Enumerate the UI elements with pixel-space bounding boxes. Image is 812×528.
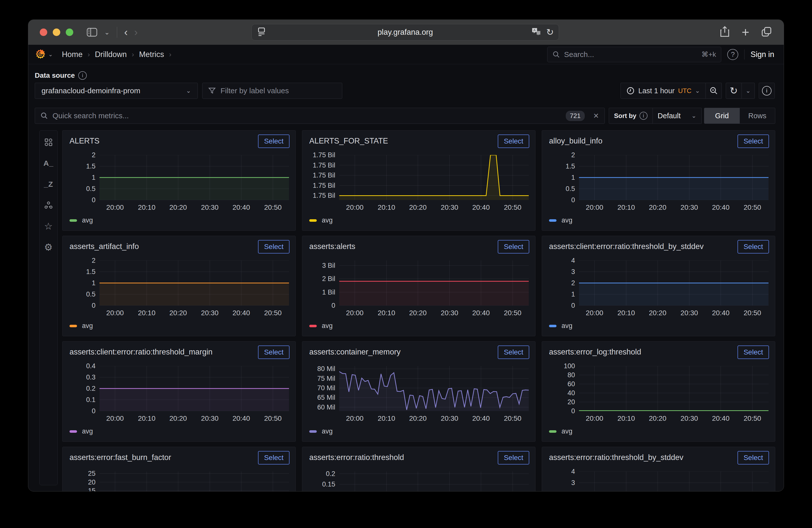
translate-icon[interactable]: A <box>531 27 541 37</box>
chart-legend: avg <box>549 427 572 435</box>
result-count-badge: 721 <box>566 111 584 121</box>
search-icon <box>552 51 560 58</box>
legend-swatch <box>309 219 317 222</box>
refresh-icon: ↻ <box>730 85 738 96</box>
browser-titlebar: ⌄ ‹ › play.grafana.org A ↻ + <box>28 20 784 45</box>
select-metric-button[interactable]: Select <box>258 134 290 148</box>
chevron-down-icon: ⌄ <box>695 87 700 94</box>
sort-za-icon[interactable]: _Z <box>44 179 53 189</box>
settings-gear-icon[interactable]: ⚙ <box>44 243 53 252</box>
close-window-button[interactable] <box>40 29 47 36</box>
select-metric-button[interactable]: Select <box>498 451 529 465</box>
search-icon <box>41 112 48 119</box>
chevron-down-icon: ⌄ <box>691 112 696 119</box>
zoom-out-button[interactable] <box>706 83 722 99</box>
zoom-out-icon <box>710 87 718 95</box>
search-shortcut: ⌘+k <box>701 50 716 59</box>
view-mode-toggle: Grid Rows <box>704 108 775 124</box>
select-metric-button[interactable]: Select <box>738 451 769 465</box>
breadcrumb: Home › Drilldown › Metrics › <box>62 50 171 59</box>
breadcrumb-metrics[interactable]: Metrics <box>139 50 164 59</box>
metric-panel-title: alloy_build_info <box>549 136 603 146</box>
legend-label: avg <box>322 217 333 224</box>
metric-panel: asserts:error:ratio:threshold Select 0.2… <box>302 447 536 492</box>
chart-plot <box>579 155 768 200</box>
grafana-logo-icon[interactable] <box>35 49 46 60</box>
select-metric-button[interactable]: Select <box>498 240 529 253</box>
sort-by-label: Sort by i <box>609 108 653 124</box>
address-bar[interactable]: play.grafana.org A ↻ <box>251 24 559 41</box>
tab-overview-icon[interactable] <box>761 26 772 39</box>
minimize-window-button[interactable] <box>53 29 60 36</box>
clear-search-icon[interactable]: ✕ <box>593 112 599 120</box>
metric-panel-title: asserts_artifact_info <box>70 242 139 251</box>
select-metric-button[interactable]: Select <box>738 240 769 253</box>
refresh-interval-dropdown[interactable]: ⌄ <box>742 83 755 99</box>
group-cluster-icon[interactable] <box>44 201 53 210</box>
data-source-info-icon[interactable]: i <box>78 71 87 80</box>
star-icon[interactable]: ☆ <box>44 221 53 231</box>
chart-plot <box>100 366 289 411</box>
sidebar-dropdown-chevron-icon[interactable]: ⌄ <box>104 29 110 36</box>
sort-az-icon[interactable]: A_ <box>44 159 53 168</box>
chart-plot <box>579 261 768 306</box>
back-button[interactable]: ‹ <box>124 26 128 38</box>
metric-panel: asserts:client:error:ratio:threshold_by_… <box>542 236 775 336</box>
select-metric-button[interactable]: Select <box>738 134 769 148</box>
chart-plot <box>339 155 529 200</box>
chart-plot <box>100 261 289 306</box>
legend-swatch <box>549 325 556 327</box>
rows-view-button[interactable]: Rows <box>740 108 775 123</box>
new-tab-icon[interactable]: + <box>742 25 749 40</box>
select-metric-button[interactable]: Select <box>258 451 290 465</box>
help-icon[interactable]: ? <box>727 49 738 60</box>
reader-icon[interactable] <box>257 27 266 38</box>
time-range-picker[interactable]: Last 1 hour UTC ⌄ <box>621 83 706 99</box>
overview-grid-icon[interactable] <box>44 137 53 147</box>
chart-plot <box>339 366 529 411</box>
reload-icon[interactable]: ↻ <box>546 27 554 38</box>
org-switcher-chevron-icon[interactable]: ⌄ <box>48 51 53 58</box>
metric-panel: asserts:alerts Select 3 Bil2 Bil1 Bil0 2… <box>302 236 536 336</box>
metric-panel-title: asserts:error:ratio:threshold_by_stddev <box>549 453 683 462</box>
metric-panel-title: asserts:client:error:ratio:threshold_by_… <box>549 242 704 251</box>
breadcrumb-home[interactable]: Home <box>62 50 83 59</box>
metric-panel: asserts:client:error:ratio:threshold_mar… <box>62 341 296 442</box>
forward-button[interactable]: › <box>134 26 138 38</box>
metric-panel-title: ALERTS <box>70 136 100 146</box>
metric-panel: asserts:error:fast_burn_factor Select 25… <box>62 447 296 492</box>
info-button[interactable]: i <box>759 83 775 99</box>
data-source-select[interactable]: grafanacloud-demoinfra-prom ⌄ <box>35 83 198 99</box>
global-search-input[interactable]: Search... ⌘+k <box>547 47 721 62</box>
legend-label: avg <box>562 217 572 224</box>
legend-swatch <box>309 430 317 433</box>
quick-search-input[interactable]: Quick search metrics... 721 ✕ <box>35 108 605 124</box>
zoom-window-button[interactable] <box>66 29 73 36</box>
select-metric-button[interactable]: Select <box>498 346 529 359</box>
funnel-icon <box>208 87 216 95</box>
metric-panel: ALERTS Select 21.510.50 20:0020:1020:202… <box>62 130 296 231</box>
data-source-label: Data source <box>35 72 75 79</box>
sort-info-icon[interactable]: i <box>639 112 648 120</box>
select-metric-button[interactable]: Select <box>738 346 769 359</box>
chart-plot <box>339 261 529 306</box>
metric-panel-title: asserts:client:error:ratio:threshold_mar… <box>70 348 213 356</box>
select-metric-button[interactable]: Select <box>258 346 290 359</box>
browser-window: ⌄ ‹ › play.grafana.org A ↻ + <box>28 19 784 492</box>
legend-swatch <box>309 325 317 327</box>
metric-panel-title: asserts:container_memory <box>309 348 401 356</box>
select-metric-button[interactable]: Select <box>258 240 290 253</box>
chart-legend: avg <box>549 217 572 224</box>
sign-in-button[interactable]: Sign in <box>751 50 774 59</box>
sidebar-toggle-icon[interactable] <box>86 27 98 38</box>
sort-select[interactable]: Default ⌄ <box>653 108 702 124</box>
metric-panel: asserts:error_log:threshold Select 10080… <box>542 341 775 442</box>
refresh-button[interactable]: ↻ <box>726 83 742 99</box>
breadcrumb-drilldown[interactable]: Drilldown <box>95 50 127 59</box>
grid-view-button[interactable]: Grid <box>704 108 740 123</box>
metric-panel-title: asserts:alerts <box>309 242 355 251</box>
chart-plot <box>579 366 768 411</box>
select-metric-button[interactable]: Select <box>498 134 529 148</box>
share-icon[interactable] <box>719 26 730 39</box>
label-filter-input[interactable]: Filter by label values <box>202 83 342 99</box>
